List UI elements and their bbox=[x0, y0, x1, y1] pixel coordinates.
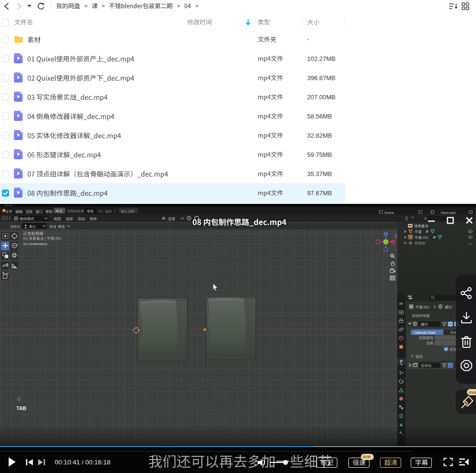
svg-text:X: X bbox=[392, 240, 394, 244]
svg-text:Z: Z bbox=[385, 232, 387, 236]
svg-text:Y: Y bbox=[385, 240, 387, 244]
